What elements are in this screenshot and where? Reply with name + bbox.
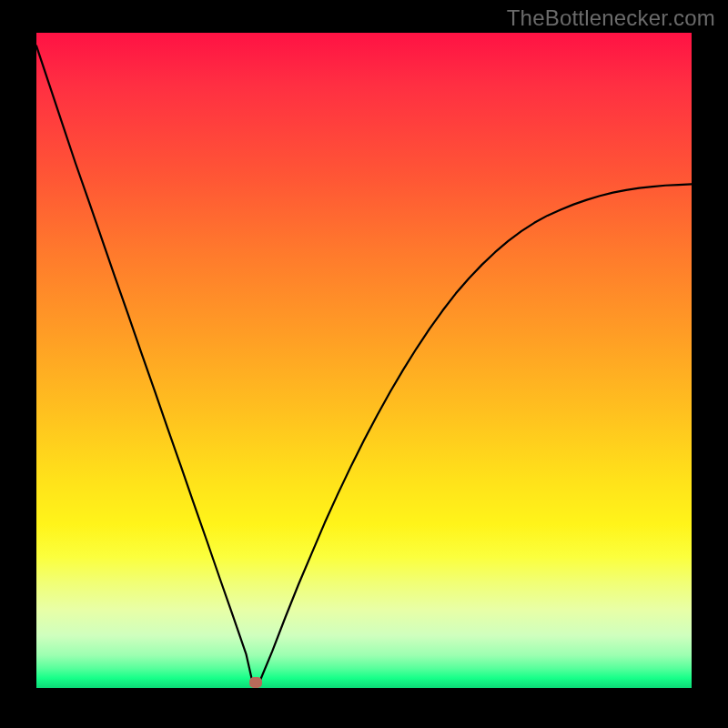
optimal-point-marker [249,677,262,688]
bottleneck-curve [36,33,692,688]
attribution-watermark: TheBottlenecker.com [507,5,715,31]
curve-line [36,46,692,682]
plot-area [36,33,692,688]
chart-container: TheBottlenecker.com [0,0,728,728]
